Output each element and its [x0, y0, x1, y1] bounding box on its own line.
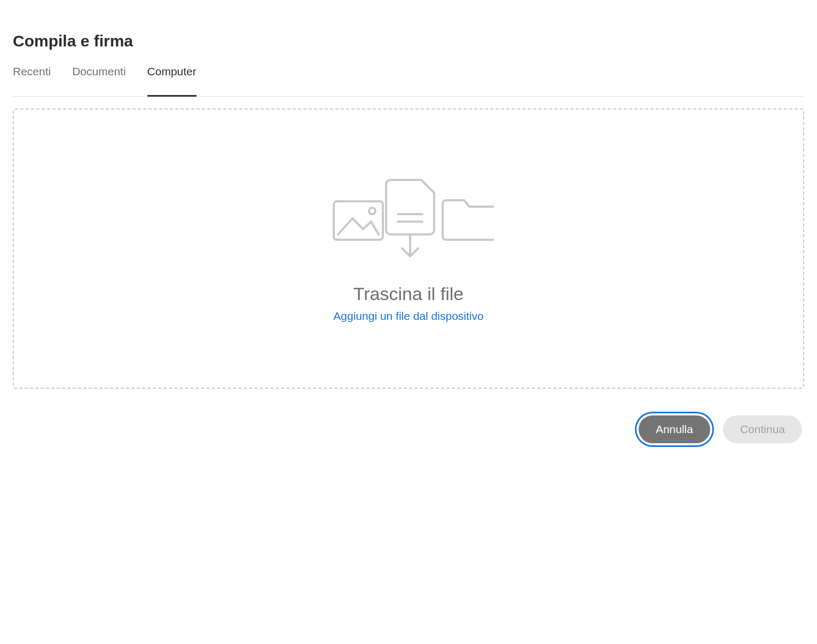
svg-rect-0 [334, 201, 383, 240]
page-title: Compila e firma [13, 32, 804, 50]
tab-documenti[interactable]: Documenti [72, 65, 125, 96]
svg-point-1 [369, 208, 375, 214]
cancel-button[interactable]: Annulla [639, 415, 710, 443]
upload-files-icon [323, 175, 494, 262]
footer-buttons: Annulla Continua [13, 389, 804, 443]
dropzone-heading: Trascina il file [353, 284, 464, 304]
add-file-link[interactable]: Aggiungi un file dal dispositivo [333, 310, 483, 323]
tabs: Recenti Documenti Computer [13, 65, 804, 97]
continue-button: Continua [723, 415, 802, 443]
tab-computer[interactable]: Computer [147, 65, 197, 96]
file-dropzone[interactable]: Trascina il file Aggiungi un file dal di… [13, 108, 804, 389]
tab-recenti[interactable]: Recenti [13, 65, 51, 96]
